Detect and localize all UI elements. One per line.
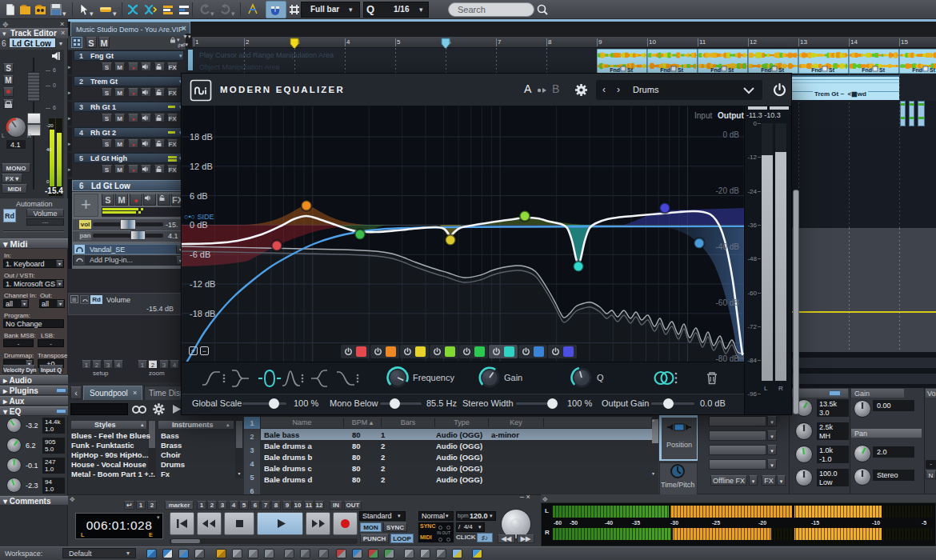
svg-text:St: St (829, 67, 835, 73)
svg-text:St: St (627, 67, 634, 73)
svg-text:Fnd: Fnd (660, 67, 670, 73)
svg-text:Fnd: Fnd (761, 67, 771, 73)
svg-text:St: St (879, 67, 886, 73)
svg-text:Fnd: Fnd (811, 67, 822, 73)
svg-text:Fnd: Fnd (610, 67, 620, 73)
svg-text:Fnd: Fnd (912, 67, 922, 73)
svg-text:St: St (678, 67, 684, 73)
svg-text:Fnd: Fnd (862, 67, 872, 73)
svg-text:St: St (728, 67, 734, 73)
svg-text:St: St (778, 67, 785, 73)
svg-text:Fnd: Fnd (710, 67, 721, 73)
svg-text:St: St (930, 67, 936, 73)
